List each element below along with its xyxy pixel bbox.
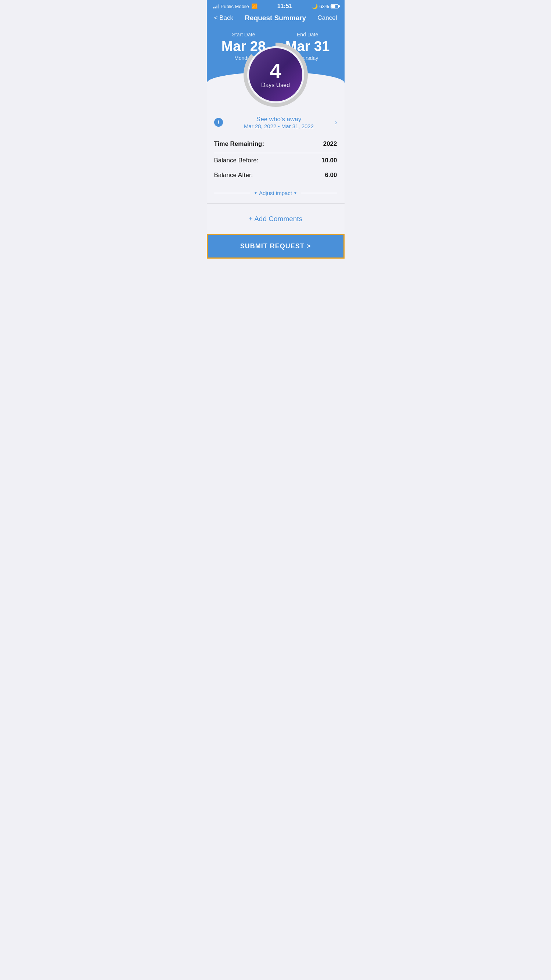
carrier-name: Public Mobile (221, 4, 249, 9)
see-away-title: See who's away (223, 116, 335, 123)
battery-percent: 63% (319, 4, 329, 9)
info-icon: ! (214, 118, 223, 127)
triangle-icon-right: ▼ (293, 191, 297, 195)
submit-button-label: SUBMIT REQUEST > (240, 242, 311, 250)
time-remaining-label: Time Remaining: (214, 140, 264, 148)
adjust-impact-label: Adjust impact (259, 190, 292, 196)
wifi-icon: 📶 (251, 3, 258, 9)
battery-icon (331, 5, 339, 8)
cancel-button[interactable]: Cancel (318, 14, 337, 22)
nav-bar: < Back Request Summary Cancel (207, 11, 344, 28)
info-section: Time Remaining: 2022 Balance Before: 10.… (207, 135, 344, 183)
see-away-date-range: Mar 28, 2022 - Mar 31, 2022 (223, 123, 335, 129)
back-button[interactable]: < Back (214, 14, 233, 22)
balance-after-value: 6.00 (325, 172, 337, 179)
phone-container: Public Mobile 📶 11:51 🌙 63% < Back Reque… (207, 0, 344, 259)
battery-fill (331, 5, 335, 8)
adjust-impact-button[interactable]: ▼ Adjust impact ▼ (207, 183, 344, 204)
end-date-label: End Date (285, 32, 330, 37)
signal-bars-icon (213, 4, 219, 8)
status-right: 🌙 63% (312, 4, 338, 9)
days-circle: 4 Days Used (249, 48, 302, 101)
see-away-section[interactable]: ! See who's away Mar 28, 2022 - Mar 31, … (207, 107, 344, 135)
moon-icon: 🌙 (312, 4, 318, 9)
triangle-icon-left: ▼ (254, 191, 258, 195)
time-remaining-value: 2022 (323, 140, 337, 148)
status-bar: Public Mobile 📶 11:51 🌙 63% (207, 0, 344, 11)
days-label: Days Used (261, 82, 290, 89)
status-left: Public Mobile 📶 (213, 3, 258, 9)
days-used-section: 4 Days Used (207, 43, 344, 107)
balance-after-row: Balance After: 6.00 (214, 168, 337, 183)
time-remaining-row: Time Remaining: 2022 (214, 135, 337, 153)
submit-request-button[interactable]: SUBMIT REQUEST > (207, 234, 344, 259)
circle-outer: 4 Days Used (244, 43, 308, 107)
adjust-line-left (214, 193, 250, 193)
chevron-right-icon: › (335, 119, 337, 126)
add-comments-label: + Add Comments (249, 215, 302, 223)
page-title: Request Summary (245, 14, 306, 22)
status-time: 11:51 (277, 3, 292, 10)
balance-before-value: 10.00 (322, 157, 337, 164)
add-comments-button[interactable]: + Add Comments (207, 204, 344, 234)
days-number: 4 (270, 60, 281, 81)
balance-before-label: Balance Before: (214, 157, 259, 164)
balance-before-row: Balance Before: 10.00 (214, 153, 337, 168)
adjust-impact-text: ▼ Adjust impact ▼ (254, 190, 297, 196)
adjust-line-right (301, 193, 337, 193)
see-away-text[interactable]: See who's away Mar 28, 2022 - Mar 31, 20… (223, 116, 335, 129)
main-content: 4 Days Used ! See who's away Mar 28, 202… (207, 72, 344, 259)
start-date-label: Start Date (221, 32, 266, 37)
balance-after-label: Balance After: (214, 172, 253, 179)
